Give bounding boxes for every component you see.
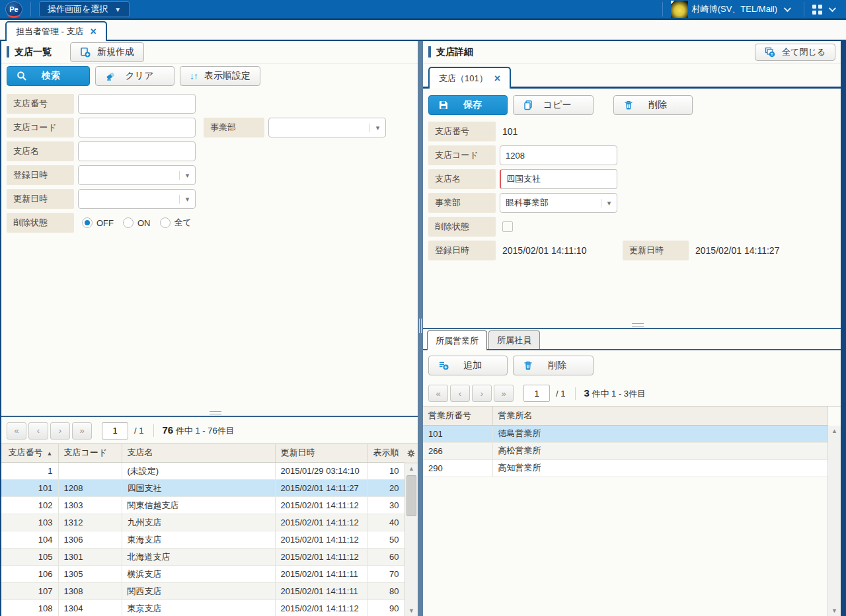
- branch-row[interactable]: 1021303関東信越支店2015/02/01 14:11:1230: [1, 497, 404, 514]
- scroll-thumb[interactable]: [406, 475, 416, 516]
- add-office-label: 追加: [455, 360, 490, 371]
- office-row[interactable]: 290高知営業所: [423, 459, 827, 477]
- branch-row[interactable]: 1011208四国支社2015/02/01 14:11:2720: [1, 480, 404, 497]
- branch-row-cell-code: 1304: [58, 600, 122, 616]
- last-page-button[interactable]: »: [494, 385, 514, 402]
- detail-branch-name-input[interactable]: [500, 169, 617, 189]
- first-page-button[interactable]: «: [7, 422, 26, 440]
- branch-row-cell-code: 1306: [58, 531, 122, 549]
- scroll-up-arrow[interactable]: ▲: [828, 426, 841, 436]
- close-all-button[interactable]: 全て閉じる: [755, 44, 835, 61]
- detail-division-select[interactable]: 眼科事業部 ▾: [500, 193, 617, 213]
- created-date-select[interactable]: ▾: [78, 165, 196, 185]
- page-number-input[interactable]: [523, 385, 550, 402]
- branch-row-cell-no: 107: [1, 583, 58, 600]
- scroll-down-arrow[interactable]: ▼: [405, 605, 418, 616]
- branch-row-cell-no: 101: [1, 480, 58, 497]
- delete-office-button[interactable]: 削除: [513, 356, 594, 375]
- col-updated[interactable]: 更新日時: [275, 444, 367, 463]
- branch-row[interactable]: 1051301北海道支店2015/02/01 14:11:1260: [1, 549, 404, 566]
- splitter-handle[interactable]: [210, 411, 221, 414]
- prev-page-button[interactable]: ‹: [28, 422, 48, 440]
- tab-offices[interactable]: 所属営業所: [427, 330, 487, 350]
- save-button[interactable]: 保存: [428, 95, 508, 115]
- display-order-button[interactable]: ↓↑ 表示順設定: [180, 66, 260, 86]
- branch-row-cell-no: 1: [1, 463, 58, 480]
- clear-label: クリア: [122, 70, 157, 82]
- next-page-button[interactable]: ›: [50, 422, 70, 440]
- apps-chevron-icon[interactable]: [829, 5, 836, 12]
- branch-row[interactable]: 1071308関西支店2015/02/01 14:11:1180: [1, 583, 404, 600]
- add-office-button[interactable]: 追加: [428, 356, 508, 375]
- branch-row-cell-name: 四国支社: [122, 480, 275, 497]
- app-grid-icon[interactable]: [812, 5, 822, 15]
- branch-row[interactable]: 1041306東海支店2015/02/01 14:11:1250: [1, 531, 404, 549]
- page-number-input[interactable]: [102, 422, 128, 440]
- col-branch-name[interactable]: 支店名: [122, 444, 275, 463]
- col-branch-no[interactable]: 支店番号▲: [1, 444, 58, 463]
- horizontal-splitter[interactable]: [1, 409, 418, 417]
- branch-row[interactable]: 1061305横浜支店2015/02/01 14:11:1170: [1, 566, 404, 583]
- office-table-scrollbar[interactable]: ▲ ▼: [827, 426, 841, 616]
- tab-employees[interactable]: 所属社員: [488, 330, 540, 349]
- new-branch-button[interactable]: 新規作成: [70, 42, 144, 62]
- delete-state-checkbox[interactable]: [502, 221, 513, 232]
- branch-row[interactable]: 1031312九州支店2015/02/01 14:11:1240: [1, 514, 404, 531]
- clear-button[interactable]: クリア: [95, 66, 174, 86]
- add-list-icon: [438, 360, 449, 371]
- detail-branch-code-input[interactable]: [500, 145, 617, 165]
- splitter-handle[interactable]: [632, 323, 644, 327]
- branch-no-input[interactable]: [78, 94, 196, 114]
- office-row[interactable]: 101徳島営業所: [423, 425, 827, 442]
- branch-row[interactable]: 1081304東京支店2015/02/01 14:11:1290: [1, 600, 404, 616]
- radio-on[interactable]: [123, 217, 134, 228]
- copy-button[interactable]: コピー: [513, 95, 594, 115]
- screen-select-label: 操作画面を選択: [48, 3, 108, 15]
- radio-off-label: OFF: [96, 218, 114, 228]
- col-branch-code[interactable]: 支店コード: [58, 444, 122, 463]
- column-settings-button[interactable]: [404, 444, 418, 463]
- scroll-up-arrow[interactable]: ▲: [405, 463, 418, 474]
- branch-row-cell-name: 横浜支店: [122, 566, 275, 583]
- main-tab-strip: 担当者管理 - 支店 ×: [0, 20, 846, 41]
- updated-date-select[interactable]: ▾: [78, 189, 196, 209]
- branch-name-label: 支店名: [7, 141, 74, 161]
- display-order-label: 表示順設定: [204, 70, 250, 82]
- branch-list-panel: 支店一覧 新規作成 検索: [0, 41, 418, 616]
- branch-row[interactable]: 1(未設定)2015/01/29 03:14:1010: [1, 463, 404, 480]
- search-button[interactable]: 検索: [7, 66, 90, 86]
- user-name[interactable]: 村崎博(SV、TEL/Mail): [692, 3, 777, 15]
- tab-branch-101[interactable]: 支店（101） ×: [428, 67, 511, 89]
- office-row[interactable]: 266高松営業所: [423, 442, 827, 459]
- branch-table: 支店番号▲ 支店コード 支店名 更新日時 表示順 1(未設定)2015/01/2…: [1, 444, 405, 616]
- splitter-handle[interactable]: [419, 319, 422, 333]
- next-page-button[interactable]: ›: [472, 385, 492, 402]
- branch-name-input[interactable]: [78, 141, 196, 161]
- first-page-button[interactable]: «: [428, 385, 448, 402]
- radio-off[interactable]: [82, 217, 93, 228]
- user-menu-chevron-icon[interactable]: [784, 5, 791, 12]
- screen-select-button[interactable]: 操作画面を選択 ▼: [39, 1, 130, 17]
- col-order[interactable]: 表示順: [367, 444, 404, 463]
- save-label: 保存: [455, 99, 490, 111]
- branch-row-cell-code: 1308: [58, 583, 122, 600]
- delete-button[interactable]: 削除: [613, 95, 693, 115]
- user-avatar[interactable]: [671, 1, 688, 18]
- branch-table-scrollbar[interactable]: ▲ ▼: [404, 463, 418, 616]
- col-office-no[interactable]: 営業所番号: [423, 406, 492, 425]
- tab-branch-management[interactable]: 担当者管理 - 支店 ×: [5, 21, 107, 41]
- detail-tab-close-icon[interactable]: ×: [494, 73, 500, 84]
- last-page-button[interactable]: »: [72, 422, 92, 440]
- detail-form: 支店番号 101 支店コード 支店名 事業部 眼科事業部 ▾ 削除状態: [423, 118, 841, 264]
- horizontal-splitter[interactable]: [423, 321, 841, 329]
- tab-close-icon[interactable]: ×: [91, 26, 96, 37]
- division-select[interactable]: ▾: [268, 118, 386, 137]
- section-accent-bar: [428, 46, 431, 58]
- col-office-name[interactable]: 営業所名: [492, 406, 827, 425]
- radio-all[interactable]: [160, 217, 171, 228]
- scroll-down-arrow[interactable]: ▼: [828, 605, 841, 616]
- branch-row-cell-updated: 2015/02/01 14:11:12: [275, 497, 367, 514]
- vertical-splitter[interactable]: [418, 41, 423, 616]
- branch-code-input[interactable]: [78, 118, 196, 137]
- prev-page-button[interactable]: ‹: [450, 385, 470, 402]
